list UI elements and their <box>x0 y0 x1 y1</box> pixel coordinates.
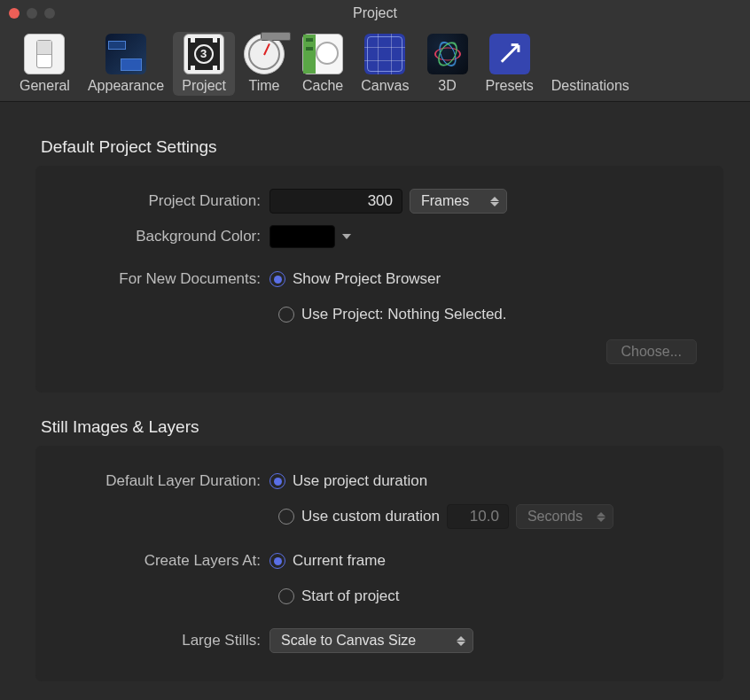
background-color-label: Background Color: <box>57 228 270 245</box>
stepper-icon <box>457 636 465 646</box>
tab-label: Project <box>182 78 226 94</box>
select-value: Seconds <box>527 509 582 525</box>
tab-cache[interactable]: Cache <box>293 32 352 96</box>
tab-time[interactable]: Time <box>235 32 293 96</box>
radio-show-project-browser[interactable] <box>270 271 285 287</box>
tab-label: Presets <box>486 78 534 94</box>
tab-label: Appearance <box>88 78 164 94</box>
time-icon <box>244 34 285 74</box>
background-color-well[interactable] <box>270 225 335 248</box>
canvas-icon <box>364 34 405 74</box>
tab-label: Canvas <box>361 78 409 94</box>
tab-general[interactable]: General <box>11 32 79 96</box>
prefs-toolbar: General Appearance 3 Project Time Cache … <box>0 27 750 102</box>
preferences-window: Project General Appearance 3 Project Tim… <box>0 0 750 700</box>
project-duration-label: Project Duration: <box>57 192 270 210</box>
radio-label: Use project duration <box>293 472 427 490</box>
stepper-icon <box>597 512 605 522</box>
select-value: Frames <box>421 193 469 209</box>
tab-label: General <box>20 78 70 94</box>
stepper-icon <box>490 197 499 206</box>
select-value: Scale to Canvas Size <box>281 633 416 649</box>
radio-use-custom-duration[interactable] <box>278 509 294 525</box>
custom-duration-input[interactable] <box>447 504 509 529</box>
tab-3d[interactable]: 3D <box>418 32 477 96</box>
titlebar: Project <box>0 0 750 27</box>
tab-label: Time <box>249 78 280 94</box>
section-title-stills: Still Images & Layers <box>41 417 723 437</box>
chevron-down-icon[interactable] <box>342 234 351 239</box>
radio-label: Use custom duration <box>301 508 440 525</box>
radio-use-project[interactable] <box>278 307 294 323</box>
section-default-project: Project Duration: Frames Background Colo… <box>35 166 723 393</box>
project-duration-unit-select[interactable]: Frames <box>410 189 507 214</box>
destinations-icon <box>570 34 611 74</box>
new-documents-label: For New Documents: <box>57 270 270 288</box>
tab-destinations[interactable]: Destinations <box>543 32 638 96</box>
tab-label: Destinations <box>551 78 629 94</box>
3d-icon <box>427 34 468 74</box>
radio-label: Start of project <box>301 587 400 605</box>
radio-label: Current frame <box>293 552 386 570</box>
radio-use-project-duration[interactable] <box>270 473 285 489</box>
radio-label: Show Project Browser <box>293 270 441 288</box>
create-layers-at-label: Create Layers At: <box>57 552 270 570</box>
project-icon: 3 <box>184 34 224 74</box>
appearance-icon <box>105 34 146 74</box>
tab-label: Cache <box>302 78 343 94</box>
cache-icon <box>302 34 343 74</box>
radio-current-frame[interactable] <box>270 553 285 569</box>
layer-duration-label: Default Layer Duration: <box>57 472 270 490</box>
tab-label: 3D <box>438 78 456 94</box>
window-title: Project <box>0 5 750 21</box>
choose-project-button[interactable]: Choose... <box>606 339 697 364</box>
presets-icon <box>489 34 530 74</box>
tab-project[interactable]: 3 Project <box>173 32 235 96</box>
content-area: Default Project Settings Project Duratio… <box>0 102 750 700</box>
general-icon <box>24 34 65 74</box>
large-stills-select[interactable]: Scale to Canvas Size <box>270 628 473 653</box>
radio-start-of-project[interactable] <box>278 588 294 604</box>
custom-duration-unit-select[interactable]: Seconds <box>516 504 613 529</box>
section-title-default-project: Default Project Settings <box>41 137 723 157</box>
radio-label: Use Project: Nothing Selected. <box>301 306 507 323</box>
tab-canvas[interactable]: Canvas <box>352 32 418 96</box>
section-stills: Default Layer Duration: Use project dura… <box>35 446 723 681</box>
tab-appearance[interactable]: Appearance <box>79 32 173 96</box>
project-duration-input[interactable] <box>270 189 402 214</box>
tab-presets[interactable]: Presets <box>477 32 543 96</box>
large-stills-label: Large Stills: <box>57 632 270 649</box>
